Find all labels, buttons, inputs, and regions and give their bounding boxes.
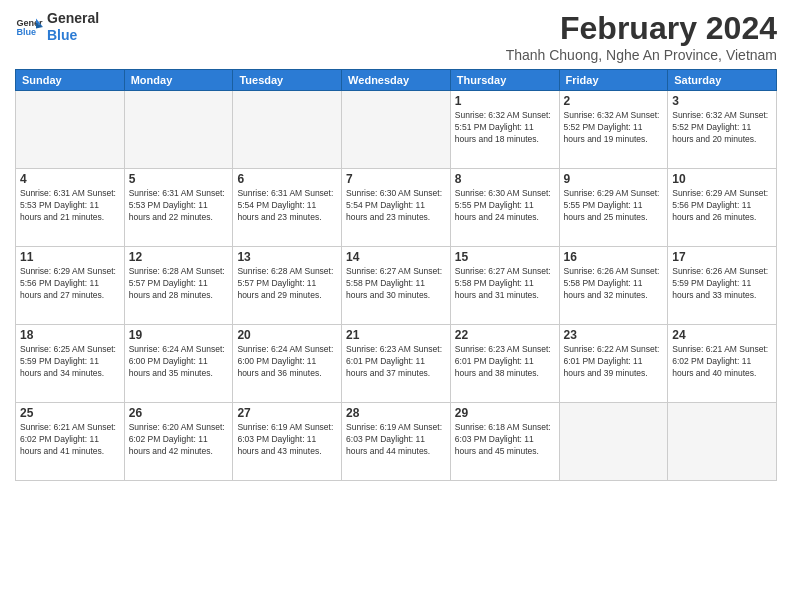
day-info: Sunrise: 6:32 AM Sunset: 5:51 PM Dayligh… xyxy=(455,110,555,146)
week-row-3: 11Sunrise: 6:29 AM Sunset: 5:56 PM Dayli… xyxy=(16,247,777,325)
calendar-cell xyxy=(16,91,125,169)
col-thursday: Thursday xyxy=(450,70,559,91)
day-info: Sunrise: 6:19 AM Sunset: 6:03 PM Dayligh… xyxy=(237,422,337,458)
day-info: Sunrise: 6:23 AM Sunset: 6:01 PM Dayligh… xyxy=(455,344,555,380)
day-info: Sunrise: 6:30 AM Sunset: 5:54 PM Dayligh… xyxy=(346,188,446,224)
day-number: 13 xyxy=(237,250,337,264)
day-info: Sunrise: 6:24 AM Sunset: 6:00 PM Dayligh… xyxy=(129,344,229,380)
calendar-cell xyxy=(559,403,668,481)
calendar-cell: 24Sunrise: 6:21 AM Sunset: 6:02 PM Dayli… xyxy=(668,325,777,403)
logo-icon: General Blue xyxy=(15,13,43,41)
day-info: Sunrise: 6:20 AM Sunset: 6:02 PM Dayligh… xyxy=(129,422,229,458)
calendar-cell: 1Sunrise: 6:32 AM Sunset: 5:51 PM Daylig… xyxy=(450,91,559,169)
day-info: Sunrise: 6:27 AM Sunset: 5:58 PM Dayligh… xyxy=(346,266,446,302)
col-friday: Friday xyxy=(559,70,668,91)
week-row-2: 4Sunrise: 6:31 AM Sunset: 5:53 PM Daylig… xyxy=(16,169,777,247)
day-info: Sunrise: 6:29 AM Sunset: 5:55 PM Dayligh… xyxy=(564,188,664,224)
calendar-cell: 7Sunrise: 6:30 AM Sunset: 5:54 PM Daylig… xyxy=(342,169,451,247)
page-subtitle: Thanh Chuong, Nghe An Province, Vietnam xyxy=(506,47,777,63)
calendar-cell: 19Sunrise: 6:24 AM Sunset: 6:00 PM Dayli… xyxy=(124,325,233,403)
day-number: 20 xyxy=(237,328,337,342)
day-number: 16 xyxy=(564,250,664,264)
calendar-cell: 5Sunrise: 6:31 AM Sunset: 5:53 PM Daylig… xyxy=(124,169,233,247)
day-info: Sunrise: 6:29 AM Sunset: 5:56 PM Dayligh… xyxy=(20,266,120,302)
day-info: Sunrise: 6:32 AM Sunset: 5:52 PM Dayligh… xyxy=(672,110,772,146)
calendar-cell: 26Sunrise: 6:20 AM Sunset: 6:02 PM Dayli… xyxy=(124,403,233,481)
calendar-cell xyxy=(233,91,342,169)
calendar-cell: 3Sunrise: 6:32 AM Sunset: 5:52 PM Daylig… xyxy=(668,91,777,169)
day-number: 12 xyxy=(129,250,229,264)
day-number: 29 xyxy=(455,406,555,420)
calendar-cell xyxy=(668,403,777,481)
calendar-cell: 25Sunrise: 6:21 AM Sunset: 6:02 PM Dayli… xyxy=(16,403,125,481)
day-info: Sunrise: 6:23 AM Sunset: 6:01 PM Dayligh… xyxy=(346,344,446,380)
calendar-cell: 6Sunrise: 6:31 AM Sunset: 5:54 PM Daylig… xyxy=(233,169,342,247)
day-number: 27 xyxy=(237,406,337,420)
col-sunday: Sunday xyxy=(16,70,125,91)
calendar-cell: 14Sunrise: 6:27 AM Sunset: 5:58 PM Dayli… xyxy=(342,247,451,325)
day-info: Sunrise: 6:19 AM Sunset: 6:03 PM Dayligh… xyxy=(346,422,446,458)
header: General Blue General Blue February 2024 … xyxy=(15,10,777,63)
day-info: Sunrise: 6:27 AM Sunset: 5:58 PM Dayligh… xyxy=(455,266,555,302)
day-info: Sunrise: 6:29 AM Sunset: 5:56 PM Dayligh… xyxy=(672,188,772,224)
day-number: 4 xyxy=(20,172,120,186)
day-info: Sunrise: 6:31 AM Sunset: 5:53 PM Dayligh… xyxy=(20,188,120,224)
calendar-cell xyxy=(124,91,233,169)
calendar-cell xyxy=(342,91,451,169)
page-title: February 2024 xyxy=(506,10,777,47)
day-info: Sunrise: 6:26 AM Sunset: 5:59 PM Dayligh… xyxy=(672,266,772,302)
calendar-cell: 2Sunrise: 6:32 AM Sunset: 5:52 PM Daylig… xyxy=(559,91,668,169)
day-number: 2 xyxy=(564,94,664,108)
day-number: 25 xyxy=(20,406,120,420)
day-info: Sunrise: 6:24 AM Sunset: 6:00 PM Dayligh… xyxy=(237,344,337,380)
col-tuesday: Tuesday xyxy=(233,70,342,91)
calendar-cell: 11Sunrise: 6:29 AM Sunset: 5:56 PM Dayli… xyxy=(16,247,125,325)
day-number: 9 xyxy=(564,172,664,186)
day-info: Sunrise: 6:31 AM Sunset: 5:54 PM Dayligh… xyxy=(237,188,337,224)
day-info: Sunrise: 6:32 AM Sunset: 5:52 PM Dayligh… xyxy=(564,110,664,146)
day-info: Sunrise: 6:25 AM Sunset: 5:59 PM Dayligh… xyxy=(20,344,120,380)
day-number: 24 xyxy=(672,328,772,342)
calendar-cell: 4Sunrise: 6:31 AM Sunset: 5:53 PM Daylig… xyxy=(16,169,125,247)
day-number: 1 xyxy=(455,94,555,108)
calendar-cell: 15Sunrise: 6:27 AM Sunset: 5:58 PM Dayli… xyxy=(450,247,559,325)
day-number: 15 xyxy=(455,250,555,264)
calendar-header-row: Sunday Monday Tuesday Wednesday Thursday… xyxy=(16,70,777,91)
calendar-cell: 12Sunrise: 6:28 AM Sunset: 5:57 PM Dayli… xyxy=(124,247,233,325)
day-number: 3 xyxy=(672,94,772,108)
day-info: Sunrise: 6:21 AM Sunset: 6:02 PM Dayligh… xyxy=(20,422,120,458)
calendar-cell: 28Sunrise: 6:19 AM Sunset: 6:03 PM Dayli… xyxy=(342,403,451,481)
day-number: 7 xyxy=(346,172,446,186)
logo: General Blue General Blue xyxy=(15,10,99,44)
day-number: 17 xyxy=(672,250,772,264)
calendar: Sunday Monday Tuesday Wednesday Thursday… xyxy=(15,69,777,481)
day-number: 11 xyxy=(20,250,120,264)
day-number: 18 xyxy=(20,328,120,342)
calendar-cell: 23Sunrise: 6:22 AM Sunset: 6:01 PM Dayli… xyxy=(559,325,668,403)
calendar-cell: 17Sunrise: 6:26 AM Sunset: 5:59 PM Dayli… xyxy=(668,247,777,325)
day-info: Sunrise: 6:30 AM Sunset: 5:55 PM Dayligh… xyxy=(455,188,555,224)
day-number: 19 xyxy=(129,328,229,342)
week-row-4: 18Sunrise: 6:25 AM Sunset: 5:59 PM Dayli… xyxy=(16,325,777,403)
day-info: Sunrise: 6:28 AM Sunset: 5:57 PM Dayligh… xyxy=(129,266,229,302)
day-info: Sunrise: 6:22 AM Sunset: 6:01 PM Dayligh… xyxy=(564,344,664,380)
logo-line1: General xyxy=(47,10,99,27)
day-number: 5 xyxy=(129,172,229,186)
day-number: 22 xyxy=(455,328,555,342)
day-number: 28 xyxy=(346,406,446,420)
col-monday: Monday xyxy=(124,70,233,91)
day-number: 6 xyxy=(237,172,337,186)
calendar-cell: 27Sunrise: 6:19 AM Sunset: 6:03 PM Dayli… xyxy=(233,403,342,481)
calendar-cell: 13Sunrise: 6:28 AM Sunset: 5:57 PM Dayli… xyxy=(233,247,342,325)
col-saturday: Saturday xyxy=(668,70,777,91)
day-info: Sunrise: 6:31 AM Sunset: 5:53 PM Dayligh… xyxy=(129,188,229,224)
day-number: 26 xyxy=(129,406,229,420)
week-row-1: 1Sunrise: 6:32 AM Sunset: 5:51 PM Daylig… xyxy=(16,91,777,169)
day-info: Sunrise: 6:18 AM Sunset: 6:03 PM Dayligh… xyxy=(455,422,555,458)
title-block: February 2024 Thanh Chuong, Nghe An Prov… xyxy=(506,10,777,63)
day-info: Sunrise: 6:21 AM Sunset: 6:02 PM Dayligh… xyxy=(672,344,772,380)
day-number: 21 xyxy=(346,328,446,342)
calendar-cell: 29Sunrise: 6:18 AM Sunset: 6:03 PM Dayli… xyxy=(450,403,559,481)
calendar-cell: 9Sunrise: 6:29 AM Sunset: 5:55 PM Daylig… xyxy=(559,169,668,247)
col-wednesday: Wednesday xyxy=(342,70,451,91)
